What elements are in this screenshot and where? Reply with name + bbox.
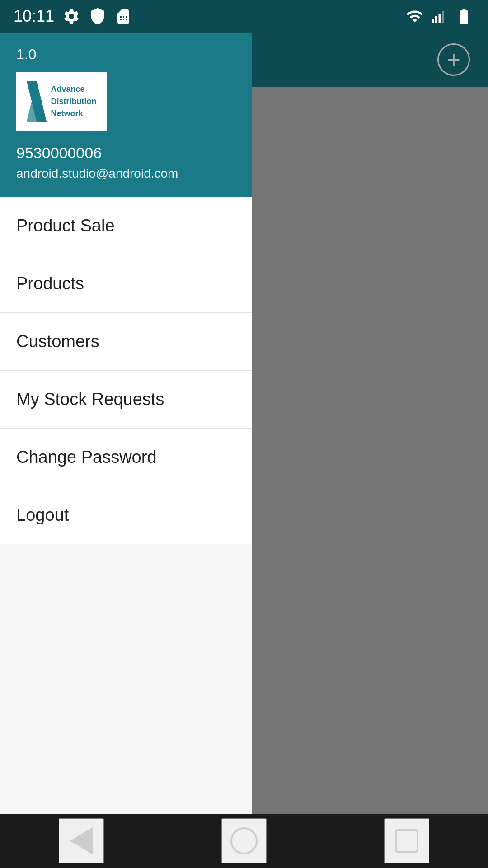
- wifi-icon: [405, 7, 425, 25]
- drawer-menu: Product Sale Products Customers My Stock…: [0, 197, 252, 868]
- user-phone: 9530000006: [16, 144, 236, 162]
- shield-icon: [89, 7, 107, 25]
- menu-item-product-sale-label: Product Sale: [16, 216, 115, 235]
- svg-rect-1: [435, 16, 437, 23]
- menu-item-products[interactable]: Products: [0, 255, 252, 313]
- navigation-drawer: 1.0 Advance Distribution Network 9530000…: [0, 33, 252, 868]
- back-button[interactable]: [59, 818, 104, 863]
- menu-item-customers[interactable]: Customers: [0, 313, 252, 371]
- recents-button[interactable]: [384, 818, 429, 863]
- menu-item-customers-label: Customers: [16, 332, 99, 351]
- home-button[interactable]: [221, 818, 267, 863]
- status-bar: 10:11: [0, 0, 488, 33]
- recents-icon: [395, 829, 418, 853]
- menu-item-change-password-label: Change Password: [16, 448, 157, 467]
- version-label: 1.0: [16, 46, 236, 63]
- home-icon: [230, 827, 258, 854]
- status-time: 10:11: [14, 7, 54, 26]
- status-bar-left: 10:11: [14, 7, 131, 26]
- add-button[interactable]: +: [437, 43, 470, 76]
- logo-inner: Advance Distribution Network: [27, 81, 97, 122]
- logo-icon: [27, 81, 47, 122]
- menu-item-my-stock-requests-label: My Stock Requests: [16, 390, 164, 409]
- sim-icon: [115, 7, 131, 25]
- battery-icon: [454, 7, 474, 25]
- logo-text: Advance Distribution Network: [51, 83, 97, 120]
- logo-container: Advance Distribution Network: [16, 72, 107, 131]
- overlay: [252, 87, 488, 835]
- signal-icon: [431, 7, 447, 25]
- svg-rect-2: [439, 14, 441, 23]
- menu-item-logout-label: Logout: [16, 505, 69, 524]
- menu-item-products-label: Products: [16, 274, 84, 293]
- toolbar-right: +: [252, 33, 488, 87]
- menu-item-my-stock-requests[interactable]: My Stock Requests: [0, 371, 252, 429]
- settings-icon: [62, 7, 80, 25]
- menu-item-product-sale[interactable]: Product Sale: [0, 197, 252, 255]
- svg-rect-0: [432, 19, 434, 23]
- bottom-nav-bar: [0, 814, 488, 868]
- menu-item-logout[interactable]: Logout: [0, 486, 252, 544]
- menu-item-change-password[interactable]: Change Password: [0, 429, 252, 486]
- status-bar-right: [405, 7, 474, 25]
- user-email: android.studio@android.com: [16, 166, 236, 181]
- back-icon: [70, 827, 93, 854]
- svg-rect-3: [442, 11, 444, 23]
- add-icon: +: [447, 48, 460, 71]
- drawer-header: 1.0 Advance Distribution Network 9530000…: [0, 33, 252, 197]
